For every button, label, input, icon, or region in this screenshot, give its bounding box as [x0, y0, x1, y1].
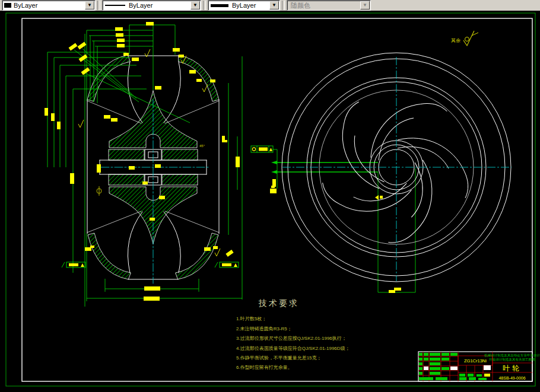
tech-req-item: 1.叶片数5枚；	[236, 316, 266, 321]
lineweight-control-value: ByLayer	[232, 2, 266, 9]
cad-application-window: { "toolbar": { "combos": [ { "label": "B…	[0, 0, 540, 392]
linetype-control-dropdown[interactable]: ByLayer ▼	[102, 0, 201, 11]
surface-rest-label: 其余	[451, 38, 460, 43]
linetype-control-value: ByLayer	[129, 2, 163, 9]
org-line-1: 机械设计制造及其自动化专业毕业设计	[484, 353, 540, 358]
chamfer-label: 45°	[199, 144, 205, 148]
tech-req-item: 6.作型时应留有打光余量。	[236, 365, 293, 370]
chevron-down-icon[interactable]: ▼	[85, 1, 94, 9]
linetype-sample-icon	[105, 5, 125, 6]
material-value: ZG1Cr13Ni	[464, 358, 487, 364]
drawing-canvas[interactable]: 其余 45° 技术要求 1.叶片数5枚； 2.未注明铸造圆角R3-R5； 3.过…	[0, 11, 540, 392]
properties-toolbar: ByLayer ▼ ByLayer ▼ ByLayer ▼ 随颜色 ▼	[0, 0, 540, 11]
part-name: 叶轮	[503, 364, 522, 372]
chevron-down-icon[interactable]: ▼	[269, 1, 279, 9]
tech-req-item: 4.过流部位表面质量等级应符合QJ/SK2.01-1996D级；	[236, 346, 350, 351]
chevron-down-icon: ▼	[360, 1, 370, 9]
chevron-down-icon[interactable]: ▼	[190, 1, 200, 9]
tech-req-title: 技术要求	[258, 298, 299, 308]
lineweight-sample-icon	[211, 4, 228, 7]
toolbar-separator	[97, 1, 100, 10]
tech-req-item: 2.未注明铸造圆角R3-R5；	[236, 326, 292, 332]
lineweight-control-dropdown[interactable]: ByLayer ▼	[208, 0, 280, 11]
toolbar-separator	[203, 1, 206, 10]
toolbar-separator	[282, 1, 285, 10]
org-line-2: 叶轮设计制造及其有关加工图纸	[490, 358, 536, 362]
tech-req-item: 5.作静平衡试验，不平衡重量允差15克；	[236, 355, 322, 361]
color-control-value: ByLayer	[14, 2, 48, 9]
color-swatch-icon	[4, 3, 11, 8]
plotstyle-control-dropdown[interactable]: 随颜色 ▼	[287, 0, 371, 11]
tech-req-item: 3.过流部位形状尺寸公差应按QJ/SK2.01-1996执行；	[236, 336, 347, 341]
color-control-dropdown[interactable]: ByLayer ▼	[2, 0, 96, 11]
plotstyle-control-value: 随颜色	[291, 1, 321, 10]
drawing-number: 48SB-49-0006	[498, 376, 525, 380]
